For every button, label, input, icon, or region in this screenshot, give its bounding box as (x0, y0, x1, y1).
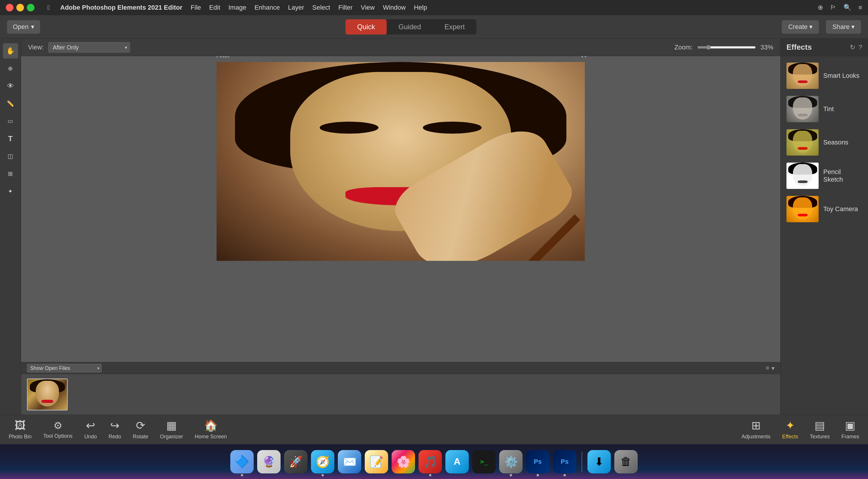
open-button[interactable]: Open ▾ (7, 20, 40, 34)
effects-bottom-tool[interactable]: ✦ Effects (782, 419, 798, 440)
hand-tool-button[interactable]: ✋ (3, 43, 18, 59)
dock-music[interactable]: 🎵 (418, 450, 442, 474)
effects-refresh-icon-button[interactable]: ↻ (850, 43, 855, 51)
crop-tool-button[interactable]: ⊞ (3, 166, 18, 181)
bottom-toolbar: 🖼 Photo Bin ⚙ Tool Options ↩ Undo ↪ Redo… (0, 415, 868, 444)
dock-rocket[interactable]: 🚀 (284, 450, 307, 474)
menu-help[interactable]: Help (414, 4, 427, 11)
siri-icon: 🔮 (262, 456, 276, 468)
menu-window[interactable]: Window (383, 4, 406, 11)
textures-bottom-tool[interactable]: ▤ Textures (810, 419, 830, 440)
downloads-icon: ⬇ (594, 455, 604, 468)
effect-item-smart-looks[interactable]: Smart Looks (784, 60, 865, 92)
menu-filter[interactable]: Filter (338, 4, 353, 11)
textures-icon: ▤ (814, 419, 825, 432)
menu-file[interactable]: File (191, 4, 201, 11)
photo-bin-bottom-tool[interactable]: 🖼 Photo Bin (9, 419, 32, 440)
zoom-slider[interactable] (697, 45, 756, 50)
menubar-right-icons: ⊕ 🏳 🔍 ≡ (818, 4, 862, 11)
bin-list-icon-button[interactable]: ≡ (766, 365, 769, 372)
effect-item-pencil-sketch[interactable]: Pencil Sketch (784, 160, 865, 192)
zoom-tool-button[interactable]: ⊕ (3, 61, 18, 76)
effects-help-icon-button[interactable]: ? (859, 43, 862, 51)
thumb-lips (41, 400, 53, 403)
dock-system-prefs[interactable]: ⚙️ (499, 450, 523, 474)
dock-notes[interactable]: 📝 (365, 450, 388, 474)
effect-lips-pencil (798, 180, 807, 183)
eraser-tool-button[interactable]: ◫ (3, 149, 18, 164)
tool-options-bottom-tool[interactable]: ⚙ Tool Options (43, 420, 72, 439)
close-window-button[interactable] (6, 4, 13, 11)
bin-icons: ≡ ▾ (766, 365, 774, 372)
safari-dot (321, 474, 324, 476)
dock-trash[interactable]: 🗑 (614, 450, 638, 474)
menu-select[interactable]: Select (312, 4, 330, 11)
smart-brush-button[interactable]: ▭ (3, 114, 18, 129)
rocket-icon: 🚀 (289, 455, 303, 468)
eye-left-element (320, 122, 379, 133)
redo-bottom-tool[interactable]: ↪ Redo (108, 419, 121, 440)
rotate-label: Rotate (133, 434, 148, 440)
effect-item-tint[interactable]: Tint (784, 93, 865, 125)
tab-guided[interactable]: Guided (386, 19, 433, 34)
tab-expert[interactable]: Expert (433, 19, 476, 34)
menu-view[interactable]: View (361, 4, 375, 11)
menu-image[interactable]: Image (228, 4, 246, 11)
dock-finder[interactable]: 🔷 (230, 450, 254, 474)
menu-edit[interactable]: Edit (209, 4, 220, 11)
dock-mail[interactable]: ✉️ (338, 450, 361, 474)
dock-photos[interactable]: 🌸 (392, 450, 415, 474)
move-tool-button[interactable]: ✦ (3, 184, 18, 199)
home-screen-bottom-tool[interactable]: 🏠 Home Screen (195, 419, 227, 440)
safari-icon: 🧭 (316, 455, 330, 468)
eraser-icon: ◫ (8, 153, 13, 160)
dock-ps-elements-2[interactable]: Ps (553, 450, 576, 474)
dock-appstore[interactable]: A (445, 450, 469, 474)
rotate-icon: ⟳ (136, 419, 145, 432)
terminal-icon: >_ (480, 458, 488, 465)
left-toolbar: ✋ ⊕ 👁 ✏️ ▭ T ◫ ⊞ ✦ (0, 39, 21, 415)
text-tool-button[interactable]: T (3, 131, 18, 146)
dock-safari[interactable]: 🧭 (311, 450, 334, 474)
effect-item-toy-camera[interactable]: Toy Camera (784, 193, 865, 225)
zoom-area: Zoom: 33% (675, 43, 773, 51)
organizer-bottom-tool[interactable]: ▦ Organizer (160, 419, 183, 440)
create-chevron-icon: ▾ (809, 23, 812, 31)
effect-thumb-smart-looks (786, 63, 818, 89)
menu-enhance[interactable]: Enhance (254, 4, 280, 11)
frames-bottom-tool[interactable]: ▣ Frames (841, 419, 859, 440)
heal-tool-button[interactable]: ✏️ (3, 96, 18, 111)
home-screen-icon: 🏠 (204, 419, 218, 432)
eye-icon: 👁 (7, 82, 14, 90)
photo-bin-bar: Show Open Files Show Files from Organize… (21, 362, 780, 374)
effect-item-seasons[interactable]: Seasons (784, 126, 865, 158)
maximize-window-button[interactable] (27, 4, 34, 11)
dock-terminal[interactable]: >_ (472, 450, 496, 474)
rotate-bottom-tool[interactable]: ⟳ Rotate (133, 419, 148, 440)
menu-layer[interactable]: Layer (288, 4, 304, 11)
minimize-window-button[interactable] (17, 4, 24, 11)
right-panel: Effects ↻ ? Smart Looks (780, 39, 868, 415)
search-menubar-icon[interactable]: 🔍 (843, 4, 851, 11)
bin-select[interactable]: Show Open Files Show Files from Organize… (27, 364, 102, 372)
canvas-close-button[interactable]: ✕ (581, 56, 587, 60)
undo-bottom-tool[interactable]: ↩ Undo (84, 419, 97, 440)
adjustments-bottom-tool[interactable]: ⊞ Adjustments (741, 419, 770, 440)
dock-siri[interactable]: 🔮 (257, 450, 281, 474)
bin-grid-icon-button[interactable]: ▾ (772, 365, 774, 372)
thumbnail-item[interactable] (27, 379, 68, 411)
share-button[interactable]: Share ▾ (826, 20, 861, 34)
dock-downloads[interactable]: ⬇ (587, 450, 611, 474)
main-layout: ✋ ⊕ 👁 ✏️ ▭ T ◫ ⊞ ✦ View: (0, 39, 868, 415)
ps-elements-2-icon: Ps (561, 458, 569, 466)
dock-ps-elements-1[interactable]: Ps (526, 450, 550, 474)
canvas-image[interactable] (217, 62, 585, 261)
view-select[interactable]: After Only Before Only Before & After - … (48, 42, 130, 53)
create-button[interactable]: Create ▾ (782, 20, 819, 34)
canvas-area: View: After Only Before Only Before & Af… (21, 39, 780, 415)
open-chevron-icon: ▾ (31, 23, 34, 31)
eye-tool-button[interactable]: 👁 (3, 78, 18, 94)
effect-name-pencil-sketch: Pencil Sketch (823, 168, 862, 183)
tab-quick[interactable]: Quick (345, 19, 386, 34)
effect-lips-tint (798, 114, 807, 116)
